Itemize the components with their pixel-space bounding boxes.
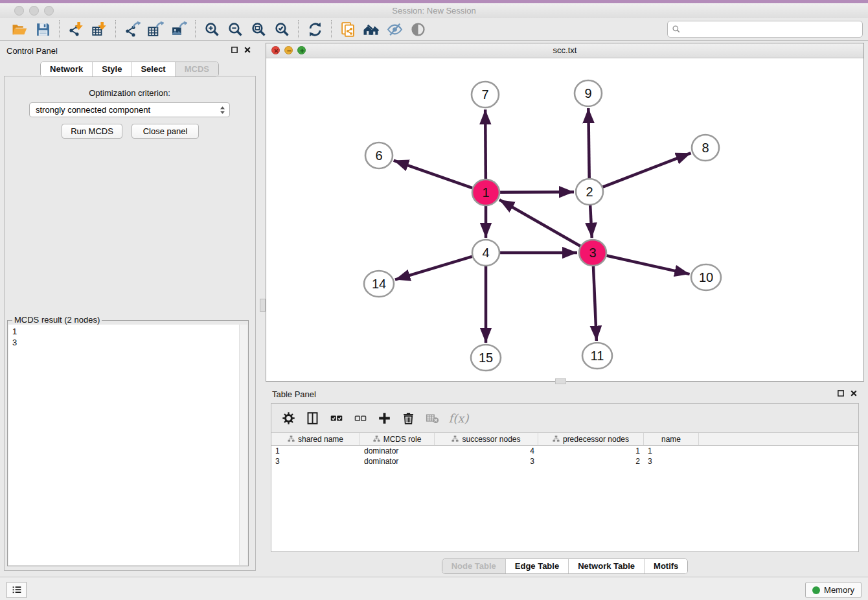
close-panel-button[interactable]: Close panel	[131, 124, 199, 139]
graph-edge-2-8[interactable]	[603, 153, 691, 187]
graph-node-8[interactable]: 8	[692, 135, 719, 161]
graph-edge-1-6[interactable]	[394, 161, 473, 189]
network-graph[interactable]: 7968124314101511	[266, 58, 863, 382]
save-button[interactable]	[31, 19, 54, 39]
zoom-fit-icon	[251, 21, 267, 38]
close-panel-icon[interactable]	[244, 46, 251, 54]
zoom-fit-button[interactable]	[247, 19, 270, 39]
float-panel-icon[interactable]	[837, 389, 845, 397]
search-box[interactable]	[667, 21, 863, 38]
task-history-button[interactable]	[6, 582, 27, 598]
graph-node-2[interactable]: 2	[576, 179, 603, 205]
tab-select[interactable]: Select	[131, 62, 174, 76]
copy-network-icon	[340, 21, 356, 38]
tab-motifs[interactable]: Motifs	[644, 559, 687, 573]
memory-label: Memory	[824, 585, 854, 595]
refresh-button[interactable]	[303, 19, 326, 39]
control-panel-tabs: NetworkStyleSelectMCDS	[0, 62, 259, 77]
graph-node-3[interactable]: 3	[579, 240, 606, 266]
zoom-in-button[interactable]	[200, 19, 223, 39]
graph-node-14[interactable]: 14	[364, 271, 394, 297]
memory-status-dot	[812, 586, 820, 594]
float-panel-icon[interactable]	[231, 46, 238, 54]
export-network-button[interactable]	[120, 19, 144, 39]
export-image-button[interactable]	[167, 19, 190, 39]
copy-network-button[interactable]	[336, 19, 360, 39]
home-button[interactable]	[360, 19, 383, 39]
network-window-titlebar[interactable]: scc.txt	[266, 43, 863, 58]
graph-edge-2-9[interactable]	[588, 108, 589, 178]
graph-node-11[interactable]: 11	[582, 343, 612, 369]
titlebar: Session: New Session	[0, 3, 868, 19]
table-row[interactable]: 1dominator411	[271, 446, 858, 456]
run-mcds-button[interactable]: Run MCDS	[62, 124, 122, 139]
table-cell: 3	[271, 457, 360, 466]
open-folder-button[interactable]	[8, 19, 31, 39]
mcds-result-scrollbar[interactable]	[239, 325, 247, 565]
function-button: f(x)	[446, 408, 472, 428]
table-cell: 4	[435, 446, 538, 456]
graph-node-label: 4	[482, 246, 489, 260]
graph-edge-3-1[interactable]	[499, 200, 580, 246]
columns-button[interactable]	[302, 408, 323, 428]
table-cell: 3	[435, 457, 538, 466]
select-all-button[interactable]	[326, 408, 347, 428]
export-table-button[interactable]	[144, 19, 167, 39]
search-input[interactable]	[683, 24, 858, 35]
import-network-button[interactable]	[64, 19, 87, 39]
tab-mcds[interactable]: MCDS	[175, 62, 218, 76]
graph-node-1[interactable]: 1	[472, 179, 499, 205]
tab-style[interactable]: Style	[92, 62, 131, 76]
add-button[interactable]	[374, 408, 394, 428]
optimization-criterion-select[interactable]: strongly connected component	[29, 102, 230, 117]
graph-node-label: 14	[372, 277, 386, 291]
zoom-out-button[interactable]	[223, 19, 247, 39]
network-window-title: scc.txt	[266, 45, 863, 55]
deselect-all-button[interactable]	[350, 408, 371, 428]
graph-edge-2-3[interactable]	[590, 205, 592, 238]
column-header-name[interactable]: name	[644, 433, 699, 445]
graph-edge-3-10[interactable]	[606, 255, 689, 274]
column-header-predecessor-nodes[interactable]: predecessor nodes	[538, 433, 644, 445]
toolbar-separator	[298, 20, 299, 38]
delete-button[interactable]	[398, 408, 418, 428]
zoom-selected-button[interactable]	[270, 19, 293, 39]
table-cell: dominator	[360, 457, 435, 466]
graph-node-label: 10	[699, 270, 713, 284]
graph-edge-3-11[interactable]	[593, 266, 597, 341]
graph-node-7[interactable]: 7	[472, 82, 499, 108]
tree-icon	[288, 435, 295, 443]
column-header-successor-nodes[interactable]: successor nodes	[435, 433, 538, 445]
graph-edge-4-14[interactable]	[395, 257, 472, 280]
graph-node-4[interactable]: 4	[472, 240, 499, 266]
show-details-button[interactable]	[406, 19, 429, 39]
column-header-MCDS-role[interactable]: MCDS role	[360, 433, 435, 445]
import-network-icon	[68, 21, 84, 38]
graph-node-6[interactable]: 6	[365, 143, 393, 168]
hide-details-button[interactable]	[383, 19, 406, 39]
horizontal-splitter-grip[interactable]	[555, 378, 566, 384]
import-table-button[interactable]	[87, 19, 111, 39]
gear-button[interactable]	[278, 408, 299, 428]
export-network-icon	[124, 21, 141, 38]
graph-edge-1-7[interactable]	[485, 110, 486, 179]
graph-node-label: 7	[481, 87, 488, 102]
column-header-shared-name[interactable]: shared name	[271, 433, 360, 445]
graph-edge-1-2[interactable]	[500, 192, 574, 192]
list-icon	[12, 585, 22, 595]
graph-node-15[interactable]: 15	[471, 345, 501, 371]
mcds-result-title: MCDS result (2 nodes)	[12, 315, 102, 325]
table-toolbar: f(x)	[271, 404, 858, 433]
control-panel-title: Control Panel	[6, 46, 58, 56]
tab-network[interactable]: Network	[41, 62, 92, 76]
graph-node-10[interactable]: 10	[691, 264, 721, 290]
graph-node-9[interactable]: 9	[575, 80, 602, 106]
mcds-result-text[interactable]: 13	[8, 325, 240, 565]
tab-network-table[interactable]: Network Table	[568, 559, 644, 573]
memory-button[interactable]: Memory	[805, 582, 862, 598]
table-row[interactable]: 3dominator323	[271, 456, 858, 467]
tab-node-table[interactable]: Node Table	[442, 559, 505, 573]
vertical-splitter-grip[interactable]	[260, 299, 266, 312]
tab-edge-table[interactable]: Edge Table	[505, 559, 568, 573]
close-panel-icon[interactable]	[850, 389, 858, 397]
